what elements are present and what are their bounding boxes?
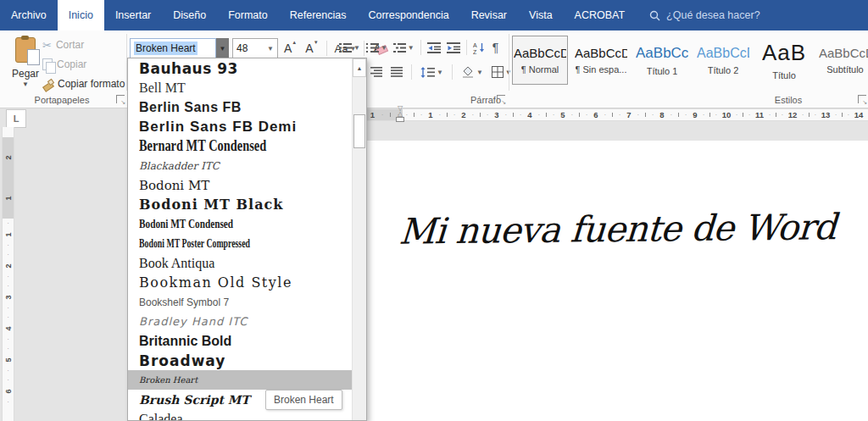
- clipboard-group-label: Portapapeles: [15, 95, 108, 105]
- font-item-bodoni-mt[interactable]: Bodoni MT: [128, 175, 353, 195]
- ruler-unit: ··6: [568, 109, 601, 120]
- align-right-button[interactable]: [369, 65, 384, 79]
- ruler-unit: ··10: [700, 109, 733, 120]
- justify-icon: [391, 67, 403, 77]
- format-painter-label: Copiar formato: [58, 78, 125, 90]
- show-marks-button[interactable]: ¶: [490, 41, 502, 54]
- font-name-dropdown-button[interactable]: ▼: [216, 38, 229, 58]
- document-page[interactable]: Mi nueva fuente de Word: [367, 141, 868, 421]
- bullets-button[interactable]: ▼: [337, 41, 362, 55]
- font-item-berlin-sans-fb[interactable]: Berlin Sans FB: [128, 97, 353, 117]
- font-item-caladea[interactable]: Caladea: [128, 409, 353, 420]
- font-item-bauhaus-93[interactable]: Bauhaus 93: [128, 58, 353, 78]
- font-size-combobox[interactable]: 48 ▼: [232, 38, 278, 58]
- tab-revisar[interactable]: Revisar: [460, 0, 518, 30]
- tab-insertar[interactable]: Insertar: [104, 0, 162, 30]
- style-card-título-1[interactable]: AaBbCcTítulo 1: [634, 36, 690, 85]
- indent-markers[interactable]: ▽ △: [395, 105, 405, 122]
- tab-inicio[interactable]: Inicio: [58, 0, 104, 30]
- font-item-bell-mt[interactable]: Bell MT: [128, 78, 353, 97]
- sort-button[interactable]: A Z: [471, 40, 487, 56]
- justify-button[interactable]: [389, 65, 404, 79]
- ruler-unit: ··14: [832, 109, 865, 120]
- font-item-berlin-sans-fb-demi[interactable]: Berlin Sans FB Demi: [128, 117, 353, 136]
- multilevel-list-button[interactable]: ▼: [392, 41, 416, 55]
- font-item-book-antiqua[interactable]: Book Antiqua: [128, 253, 353, 273]
- styles-dialog-launcher[interactable]: ↘: [858, 95, 866, 103]
- shrink-font-button[interactable]: A▼: [303, 42, 320, 55]
- copy-icon: [42, 58, 53, 70]
- paragraph-row-1: ▼ ▼ ▼: [337, 38, 501, 57]
- tab-correspondencia[interactable]: Correspondencia: [357, 0, 459, 30]
- tab-referencias[interactable]: Referencias: [279, 0, 358, 30]
- font-dropdown: Bauhaus 93Bell MTBerlin Sans FBBerlin Sa…: [127, 58, 367, 421]
- format-painter-button[interactable]: Copiar formato: [42, 76, 125, 91]
- increase-indent-icon: [447, 42, 460, 53]
- chevron-down-icon: ▼: [267, 45, 274, 53]
- numbering-button[interactable]: ▼: [364, 41, 389, 55]
- font-item-broadway[interactable]: Broadway: [128, 351, 353, 370]
- font-item-bookman-old-style[interactable]: Bookman Old Style: [128, 273, 353, 292]
- clipboard-dialog-launcher[interactable]: ↘: [116, 95, 125, 103]
- font-item-bodoni-mt-condensed[interactable]: Bodoni MT Condensed: [131, 214, 299, 234]
- paragraph-dialog-launcher[interactable]: ↘: [497, 95, 505, 103]
- ribbon-tab-bar: ArchivoInicioInsertarDiseñoFormatoRefere…: [0, 0, 868, 30]
- copy-button[interactable]: Copiar: [42, 57, 125, 72]
- ruler-unit: ··1: [403, 109, 436, 120]
- line-spacing-button[interactable]: ▼: [419, 65, 445, 80]
- borders-grid-icon: [492, 66, 504, 78]
- style-card--sin-espa-[interactable]: AaBbCcDd¶ Sin espa...: [573, 36, 629, 85]
- tab-formato[interactable]: Formato: [217, 0, 279, 30]
- style-card-título[interactable]: AaBTítulo: [756, 36, 812, 85]
- style-card-subtítulo[interactable]: AaBbCcDSubtítulo: [817, 36, 868, 85]
- scroll-up-button[interactable]: ▲: [353, 58, 366, 77]
- tell-me-search[interactable]: ¿Qué desea hacer?: [649, 0, 760, 30]
- horizontal-ruler[interactable]: 1·· ··1··2··3··4··5··6··7··8··9··10··11·…: [367, 108, 868, 121]
- ruler-unit: ··11: [733, 109, 766, 120]
- font-item-bodoni-mt-black[interactable]: Bodoni MT Black: [128, 195, 353, 214]
- search-icon: [649, 10, 660, 21]
- ruler-unit: ··3: [469, 109, 502, 120]
- hanging-indent-marker[interactable]: △: [395, 111, 405, 117]
- style-card--normal[interactable]: AaBbCcDd¶ Normal: [512, 36, 568, 85]
- font-item-bodoni-mt-poster-compressed[interactable]: Bodoni MT Poster Compressed: [131, 234, 289, 253]
- tab-acrobat[interactable]: ACROBAT: [564, 0, 637, 30]
- decrease-indent-button[interactable]: [426, 41, 442, 55]
- ribbon-tabs: ArchivoInicioInsertarDiseñoFormatoRefere…: [0, 0, 636, 30]
- grow-font-button[interactable]: A▲: [281, 42, 299, 55]
- vertical-ruler[interactable]: 21 ·1··2··3··4··5··6·: [2, 127, 14, 421]
- tab-archivo[interactable]: Archivo: [0, 0, 58, 30]
- paint-bucket-icon: [461, 66, 475, 78]
- align-right-icon: [370, 67, 382, 77]
- font-item-bernard-mt-condensed[interactable]: Bernard MT Condensed: [131, 136, 310, 156]
- font-item-bradley-hand-itc[interactable]: Bradley Hand ITC: [128, 312, 353, 331]
- cut-button[interactable]: ✂ Cortar: [42, 37, 125, 53]
- svg-text:Z: Z: [473, 48, 477, 54]
- font-item-broken-heart[interactable]: Broken Heart: [128, 370, 353, 390]
- font-item-britannic-bold[interactable]: Britannic Bold: [128, 331, 353, 351]
- font-item-blackadder-itc[interactable]: Blackadder ITC: [128, 156, 353, 175]
- font-size-value: 48: [236, 42, 248, 54]
- tab-stop-selector[interactable]: L: [6, 109, 26, 128]
- increase-indent-button[interactable]: [445, 41, 462, 55]
- scrollbar-thumb[interactable]: [353, 114, 365, 148]
- shading-button[interactable]: ▼: [459, 64, 485, 80]
- style-card-título-2[interactable]: AaBbCcDTítulo 2: [695, 36, 751, 85]
- cut-label: Cortar: [56, 39, 84, 51]
- ruler-unit: ··5: [535, 109, 568, 120]
- line-spacing-icon: [420, 67, 435, 78]
- tab-diseño[interactable]: Diseño: [162, 0, 217, 30]
- font-item-bookshelf-symbol-7[interactable]: Bookshelf Symbol 7: [128, 292, 353, 312]
- sort-az-icon: A Z: [473, 42, 486, 54]
- font-tooltip: Broken Heart: [265, 390, 342, 410]
- ruler-unit: ··13: [799, 109, 832, 120]
- tab-vista[interactable]: Vista: [518, 0, 564, 30]
- font-name-value: Broken Heart: [134, 42, 198, 55]
- styles-gallery: AaBbCcDd¶ NormalAaBbCcDd¶ Sin espa...AaB…: [512, 36, 868, 85]
- font-list: Bauhaus 93Bell MTBerlin Sans FBBerlin Sa…: [128, 58, 353, 420]
- decrease-indent-icon: [427, 42, 441, 53]
- borders-button[interactable]: ▼: [490, 64, 514, 80]
- chevron-down-icon[interactable]: ▼: [22, 80, 29, 88]
- font-list-scrollbar[interactable]: ▲: [352, 58, 366, 420]
- font-name-combobox[interactable]: Broken Heart: [130, 38, 216, 58]
